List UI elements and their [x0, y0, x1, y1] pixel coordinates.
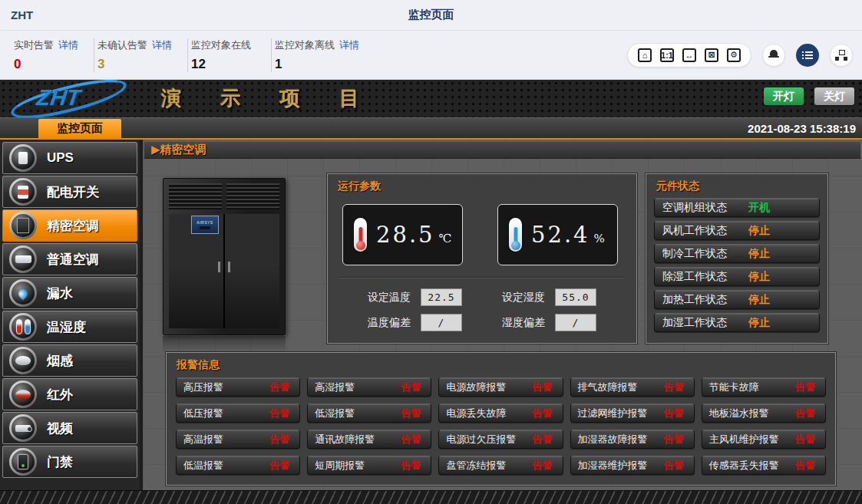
alarm-label: 过滤网维护报警 [578, 407, 648, 420]
setpoint-field[interactable]: 55.0 [555, 288, 596, 306]
sidebar-item[interactable]: 精密空调 [2, 209, 137, 242]
alarm-label: 盘管冻结报警 [446, 459, 506, 473]
sidebar-item-label: UPS [47, 150, 74, 166]
stat-detail-link[interactable]: 详情 [152, 39, 172, 51]
alarm-cell: 低压报警 告警 [176, 404, 300, 423]
sidebar-item-label: 烟感 [47, 352, 73, 370]
alarm-label: 电源过欠压报警 [446, 433, 516, 446]
sidebar-item[interactable]: 配电开关 [2, 176, 137, 208]
ac-doors [169, 214, 279, 328]
bell-button[interactable] [762, 44, 785, 67]
thermometers-icon [12, 315, 35, 338]
alarm-cell: 排气故障报警 告警 [570, 377, 695, 397]
stat-item: 实时告警详情 0 [11, 38, 94, 72]
breaker-icon [12, 180, 35, 203]
view-tools: ⌂ 1:1 ↔ ⊠ ⚙ [627, 43, 853, 68]
precision-ac-icon [12, 214, 35, 237]
project-title: 演 示 项 目 [161, 85, 376, 112]
component-status-panel: 元件状态 空调机组状态 开机 风机工作状态 停止 制冷工作状态 [646, 173, 828, 344]
one-to-one-icon[interactable]: 1:1 [660, 48, 674, 62]
stat-detail-link[interactable]: 详情 [58, 39, 78, 51]
alarm-status: 告警 [795, 459, 815, 473]
bottom-strip [0, 490, 862, 504]
sidebar-item[interactable]: 门禁 [2, 446, 137, 478]
alarm-status: 告警 [664, 380, 684, 394]
sidebar-item-label: 温湿度 [47, 318, 86, 336]
temperature-value: 28.5 [376, 222, 435, 248]
tab-monitor-page[interactable]: 监控页面 [38, 119, 121, 138]
alarm-status: 告警 [269, 380, 289, 394]
setpoint-field[interactable]: / [421, 314, 462, 331]
alarm-status: 告警 [401, 380, 421, 394]
status-label: 除湿工作状态 [662, 270, 748, 284]
alarm-status: 告警 [533, 459, 553, 473]
stat-value: 1 [275, 57, 359, 72]
alarm-label: 传感器丢失报警 [709, 459, 779, 473]
alarm-status: 告警 [664, 459, 684, 473]
alarm-cell: 盘管冻结报警 告警 [438, 456, 563, 475]
icon-ring [9, 380, 37, 408]
alarm-label: 高压报警 [183, 380, 223, 394]
status-label: 风机工作状态 [662, 224, 748, 238]
status-label: 加热工作状态 [662, 293, 748, 307]
alarm-status: 告警 [533, 380, 553, 394]
setpoint-label: 温度偏差 [368, 316, 411, 330]
timestamp: 2021-08-23 15:38:19 [748, 122, 856, 135]
alarm-label: 主风机维护报警 [709, 433, 779, 446]
infrared-icon [12, 383, 35, 406]
sidebar-item[interactable]: 普通空调 [2, 243, 137, 275]
top-header-bar: ZHT 监控页面 [0, 0, 862, 31]
setpoint-field[interactable]: 22.5 [421, 288, 462, 306]
light-controls: 开灯 关灯 [764, 87, 854, 105]
setpoint-field[interactable]: / [555, 314, 596, 331]
fullscreen-icon[interactable]: ⊠ [705, 48, 718, 62]
alarm-status: 告警 [401, 433, 421, 446]
access-control-icon [12, 450, 35, 473]
ac-display-panel: AIRSYS [191, 216, 219, 234]
home-icon[interactable]: ⌂ [638, 48, 652, 62]
stat-label: 实时告警 [14, 39, 54, 51]
sidebar-item[interactable]: 红外 [2, 378, 137, 410]
run-params-panel: 运行参数 28.5℃ 52.4% [327, 173, 637, 344]
alarm-status: 告警 [401, 407, 421, 420]
alarm-cell: 加湿器维护报警 告警 [570, 456, 695, 475]
topology-button[interactable] [830, 44, 853, 67]
ac-reflection [163, 336, 286, 353]
light-on-button[interactable]: 开灯 [764, 87, 804, 105]
sidebar-item[interactable]: 烟感 [2, 344, 137, 377]
run-params-title: 运行参数 [328, 174, 636, 193]
alarm-cell: 电源故障报警 告警 [438, 377, 563, 397]
alarm-cell: 高湿报警 告警 [307, 377, 431, 397]
stat-detail-link[interactable]: 详情 [339, 39, 359, 51]
sidebar-item[interactable]: 温湿度 [2, 311, 137, 343]
sidebar-nav: UPS 配电开关 精密空调 普通空调 漏水 [0, 140, 143, 490]
ac-vents [169, 183, 279, 209]
sidebar-item-label: 漏水 [47, 285, 73, 302]
alarm-label: 节能卡故障 [709, 380, 759, 394]
stat-label: 监控对象在线 [191, 39, 251, 51]
alarm-label: 电源故障报警 [446, 380, 506, 394]
setpoint-row: 设定湿度 55.0 [502, 288, 596, 306]
sidebar-item[interactable]: 视频 [2, 412, 137, 444]
alarm-status: 告警 [664, 407, 684, 420]
alarm-status: 告警 [401, 459, 421, 473]
alarm-cell: 主风机维护报警 告警 [702, 430, 826, 449]
tab-bar: 监控页面 2021-08-23 15:38:19 [0, 117, 862, 140]
alarm-list-button[interactable] [796, 44, 819, 67]
bell-icon [768, 49, 779, 61]
alarm-label: 低湿报警 [315, 407, 355, 420]
ac-cabinet: AIRSYS [163, 178, 286, 335]
sidebar-item[interactable]: UPS [2, 142, 137, 174]
status-row: 制冷工作状态 停止 [654, 244, 820, 263]
light-off-button[interactable]: 关灯 [814, 87, 854, 105]
temperature-display: 28.5℃ [342, 204, 463, 265]
ac-unit-image: AIRSYS [163, 178, 289, 354]
view-toolbar: ⌂ 1:1 ↔ ⊠ ⚙ [627, 43, 751, 68]
sidebar-item[interactable]: 漏水 [2, 277, 137, 309]
settings-icon[interactable]: ⚙ [727, 48, 741, 62]
component-status-title: 元件状态 [646, 174, 827, 193]
fit-width-icon[interactable]: ↔ [682, 48, 696, 62]
sidebar-item-label: 普通空调 [47, 251, 99, 268]
status-label: 空调机组状态 [662, 201, 748, 215]
alarm-label: 高湿报警 [315, 380, 355, 394]
